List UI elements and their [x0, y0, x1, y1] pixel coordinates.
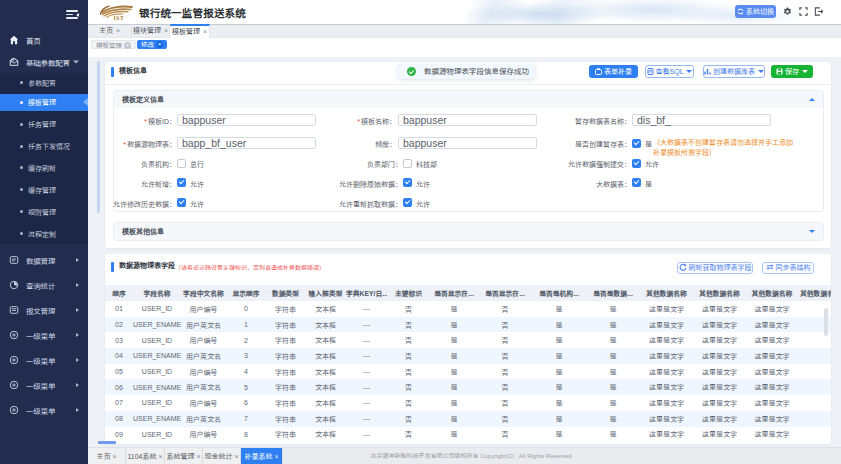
- svg-text:IST: IST: [114, 15, 125, 21]
